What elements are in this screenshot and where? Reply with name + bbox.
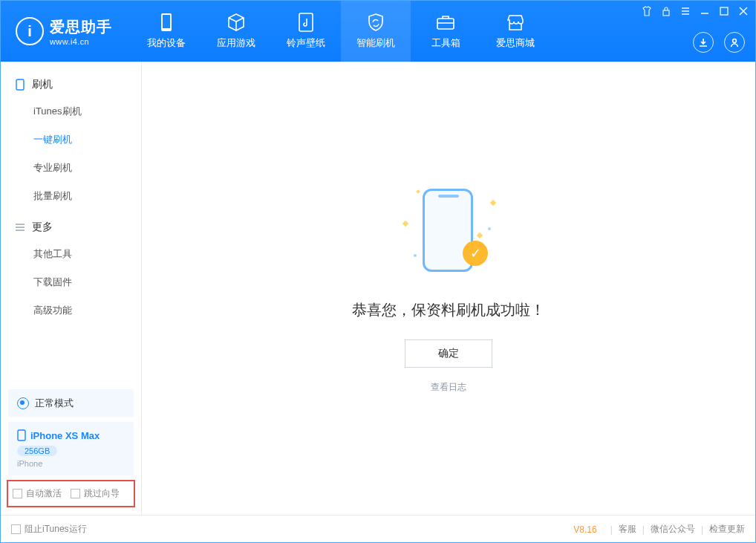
- svg-rect-1: [163, 15, 170, 28]
- checkbox-skip-guide[interactable]: 跳过向导: [71, 487, 120, 500]
- sidebar-item-itunes-flash[interactable]: iTunes刷机: [1, 97, 141, 126]
- main-nav: 我的设备 应用游戏 铃声壁纸 智能刷机 工具箱 爱思商城: [131, 1, 550, 62]
- statusbar: 阻止iTunes运行 V8.16 | 客服 | 微信公众号 | 检查更新: [1, 515, 755, 543]
- refresh-shield-icon: [366, 13, 385, 32]
- main-content: ✓ 恭喜您，保资料刷机成功啦！ 确定 查看日志: [142, 62, 755, 515]
- svg-rect-5: [720, 7, 728, 15]
- version-label: V8.16: [573, 524, 596, 535]
- tshirt-icon[interactable]: [641, 5, 653, 17]
- maximize-icon[interactable]: [718, 5, 730, 17]
- app-logo[interactable]: i 爱思助手 www.i4.cn: [1, 17, 126, 46]
- sidebar-item-advanced[interactable]: 高级功能: [1, 296, 141, 325]
- lock-icon[interactable]: [660, 5, 672, 17]
- svg-rect-8: [18, 430, 25, 440]
- logo-icon: i: [16, 17, 44, 45]
- success-headline: 恭喜您，保资料刷机成功啦！: [352, 300, 545, 320]
- sidebar: 刷机 iTunes刷机 一键刷机 专业刷机 批量刷机 更多 其他工具 下载固件 …: [1, 62, 142, 515]
- sidebar-item-pro-flash[interactable]: 专业刷机: [1, 154, 141, 182]
- mode-indicator-icon: [17, 397, 29, 409]
- sidebar-item-other-tools[interactable]: 其他工具: [1, 240, 141, 268]
- link-support[interactable]: 客服: [619, 523, 636, 536]
- toolbox-icon: [436, 13, 455, 32]
- app-subtitle: www.i4.cn: [50, 37, 112, 46]
- device-phone-icon: [17, 429, 26, 441]
- checkmark-badge-icon: ✓: [463, 241, 488, 266]
- nav-store[interactable]: 爱思商城: [480, 1, 550, 62]
- device-mode-box[interactable]: 正常模式: [8, 389, 134, 417]
- window-controls: [641, 5, 749, 17]
- success-illustration: ✓: [400, 183, 497, 279]
- sidebar-head-flash: 刷机: [1, 72, 141, 97]
- store-icon: [506, 13, 525, 32]
- svg-point-6: [733, 39, 737, 43]
- sidebar-item-onekey-flash[interactable]: 一键刷机: [1, 126, 141, 154]
- user-icon[interactable]: [724, 32, 745, 53]
- link-wechat[interactable]: 微信公众号: [651, 523, 695, 536]
- svg-rect-3: [437, 19, 454, 29]
- device-info-box[interactable]: iPhone XS Max 256GB iPhone: [8, 422, 134, 475]
- checkbox-auto-activate[interactable]: 自动激活: [13, 487, 62, 500]
- device-type: iPhone: [17, 459, 125, 468]
- nav-ringtone-wallpaper[interactable]: 铃声壁纸: [271, 1, 341, 62]
- titlebar: i 爱思助手 www.i4.cn 我的设备 应用游戏 铃声壁纸 智能刷机 工具箱: [1, 1, 755, 62]
- sidebar-item-download-firmware[interactable]: 下载固件: [1, 268, 141, 296]
- menu-icon[interactable]: [680, 5, 691, 17]
- nav-my-device[interactable]: 我的设备: [131, 1, 201, 62]
- svg-rect-7: [16, 79, 24, 90]
- nav-apps-games[interactable]: 应用游戏: [201, 1, 271, 62]
- sidebar-item-batch-flash[interactable]: 批量刷机: [1, 182, 141, 210]
- close-icon[interactable]: [737, 5, 749, 17]
- svg-rect-4: [663, 10, 669, 16]
- checkbox-block-itunes[interactable]: 阻止iTunes运行: [11, 523, 87, 536]
- highlighted-options: 自动激活 跳过向导: [7, 480, 135, 507]
- nav-smart-flash[interactable]: 智能刷机: [341, 1, 411, 62]
- storage-badge: 256GB: [17, 446, 57, 456]
- cube-icon: [227, 13, 246, 32]
- app-title: 爱思助手: [50, 17, 112, 37]
- list-icon: [14, 221, 26, 233]
- minimize-icon[interactable]: [699, 5, 711, 17]
- music-file-icon: [296, 13, 316, 32]
- header-action-icons: [693, 32, 745, 53]
- view-log-link[interactable]: 查看日志: [431, 381, 466, 394]
- svg-rect-2: [299, 13, 313, 31]
- nav-toolbox[interactable]: 工具箱: [411, 1, 480, 62]
- download-icon[interactable]: [693, 32, 714, 53]
- phone-outline-icon: [14, 79, 26, 91]
- phone-icon: [157, 13, 176, 32]
- sidebar-head-more: 更多: [1, 215, 141, 240]
- link-check-update[interactable]: 检查更新: [709, 523, 745, 536]
- ok-button[interactable]: 确定: [405, 339, 492, 368]
